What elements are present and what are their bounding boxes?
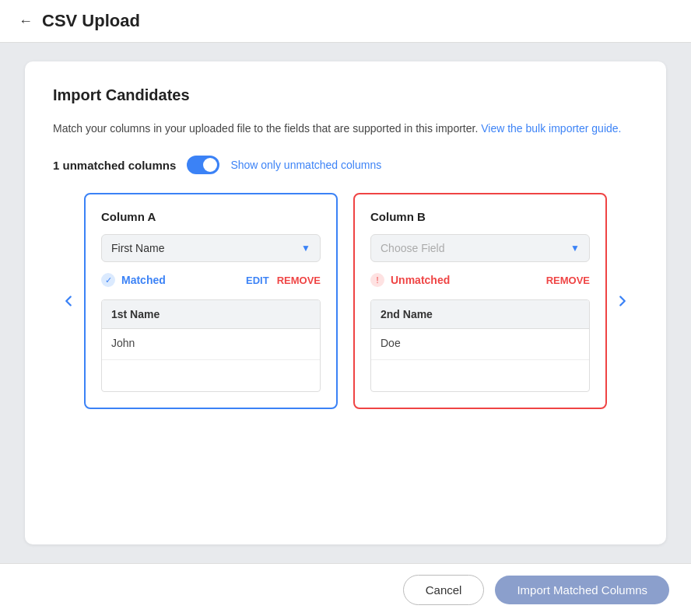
chevron-down-icon: ▼ — [301, 243, 310, 254]
columns-wrapper: Column A First Name ▼ ✓ Matched EDIT REM… — [84, 193, 607, 409]
column-b-dropdown-value: Choose Field — [381, 242, 445, 254]
cancel-button[interactable]: Cancel — [403, 575, 485, 605]
show-unmatched-toggle[interactable] — [187, 156, 219, 174]
column-a-data-table: 1st Name John — [101, 299, 321, 392]
column-a-header: 1st Name — [102, 300, 320, 329]
column-b-data-table: 2nd Name Doe — [370, 299, 590, 392]
column-b-dropdown[interactable]: Choose Field ▼ — [370, 234, 590, 262]
bulk-importer-link[interactable]: View the bulk importer guide. — [481, 122, 621, 135]
unmatched-count: 1 unmatched columns — [53, 159, 176, 172]
column-b-card: Column B Choose Field ▼ ! Unmatched REMO… — [353, 193, 607, 409]
column-a-card: Column A First Name ▼ ✓ Matched EDIT REM… — [84, 193, 338, 409]
column-b-status-row: ! Unmatched REMOVE — [370, 273, 590, 287]
main-content: Import Candidates Match your columns in … — [0, 43, 691, 563]
table-row: Doe — [371, 329, 589, 360]
table-row: John — [102, 329, 320, 360]
column-b-status: Unmatched — [391, 274, 450, 286]
column-a-edit-button[interactable]: EDIT — [246, 275, 269, 286]
column-a-dropdown[interactable]: First Name ▼ — [101, 234, 321, 262]
import-card: Import Candidates Match your columns in … — [25, 61, 666, 544]
toggle-row: 1 unmatched columns Show only unmatched … — [53, 156, 638, 174]
column-a-remove-button[interactable]: REMOVE — [277, 275, 321, 286]
table-row — [371, 360, 589, 391]
unmatched-icon: ! — [370, 273, 384, 287]
toggle-label: Show only unmatched columns — [230, 159, 381, 171]
footer: Cancel Import Matched Columns — [0, 563, 691, 616]
next-column-button[interactable] — [607, 292, 638, 310]
card-title: Import Candidates — [53, 86, 638, 104]
column-a-label: Column A — [101, 210, 321, 223]
chevron-down-icon: ▼ — [570, 243, 580, 254]
import-matched-columns-button[interactable]: Import Matched Columns — [495, 576, 669, 604]
columns-area: Column A First Name ▼ ✓ Matched EDIT REM… — [53, 193, 638, 409]
back-arrow[interactable]: ← — [19, 13, 33, 30]
column-a-status-row: ✓ Matched EDIT REMOVE — [101, 273, 321, 287]
column-a-dropdown-value: First Name — [111, 242, 164, 254]
column-b-remove-button[interactable]: REMOVE — [546, 275, 590, 286]
header: ← CSV Upload — [0, 0, 691, 43]
matched-icon: ✓ — [101, 273, 115, 287]
column-b-header: 2nd Name — [371, 300, 589, 329]
column-a-status: Matched — [121, 274, 166, 286]
table-row — [102, 360, 320, 391]
column-b-label: Column B — [370, 210, 590, 223]
page-title: CSV Upload — [42, 11, 140, 31]
prev-column-button[interactable] — [53, 292, 84, 310]
description: Match your columns in your uploaded file… — [53, 120, 638, 137]
